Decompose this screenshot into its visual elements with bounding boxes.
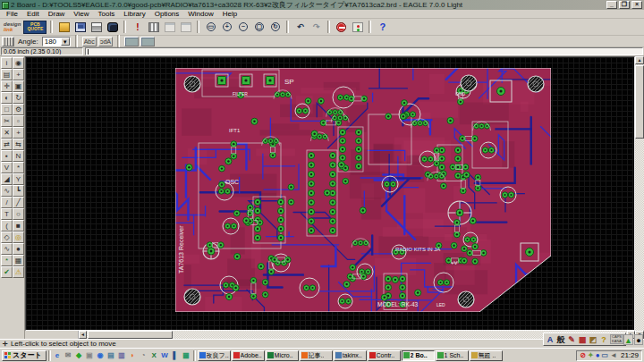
move-tool[interactable]: ✛ (1, 80, 13, 92)
zoom-redraw-button[interactable] (267, 20, 283, 34)
info-tool[interactable]: i (1, 57, 13, 69)
image-quicklaunch-icon[interactable]: ▦ (182, 350, 191, 360)
update-tray-icon[interactable]: ✦ (588, 351, 594, 360)
firefox-quicklaunch-icon[interactable]: ◗ (128, 350, 138, 360)
task-button[interactable]: 1 Sch.. (436, 350, 469, 361)
circle-tool[interactable]: ○ (13, 208, 24, 220)
prev-sheet-button[interactable] (162, 20, 177, 34)
pcb-quote-logo[interactable]: PCB QUOTE (23, 21, 47, 34)
zoom-select-button[interactable] (251, 20, 267, 34)
task-button[interactable]: takinx.. (334, 350, 367, 361)
vertical-scrollbar[interactable]: ▲ ▼ (635, 56, 644, 339)
paste-tool[interactable]: ▫ (13, 115, 24, 127)
show-tool[interactable]: ◉ (13, 57, 24, 69)
mirror-text-button[interactable]: Abc (98, 37, 113, 46)
arc-tool[interactable]: ( (1, 220, 13, 232)
route-tool[interactable]: ┗ (13, 185, 24, 197)
show-desktop-quicklaunch-icon[interactable]: ▤ (106, 350, 116, 360)
cam-processor-button[interactable] (105, 20, 120, 34)
my-computer-quicklaunch-icon[interactable]: ▥ (117, 350, 127, 360)
ime-dot-icon[interactable]: ● (634, 334, 643, 345)
menu-item[interactable]: Library (119, 10, 149, 19)
ie-quicklaunch-icon[interactable]: e (53, 350, 63, 360)
errors-tool[interactable]: ⚠ (13, 266, 24, 278)
scroll-track[interactable] (635, 139, 644, 331)
layer-top-button[interactable] (124, 37, 139, 46)
ime-help-icon[interactable]: ? (599, 334, 608, 345)
save-button[interactable] (72, 20, 88, 34)
menu-item[interactable]: Edit (22, 10, 44, 19)
rect-tool[interactable]: ■ (13, 220, 24, 232)
drc-tool[interactable]: ✔ (1, 266, 13, 278)
redo-button[interactable]: ↷ (309, 20, 324, 34)
hole-tool[interactable]: ● (13, 243, 24, 255)
zoom-fit-button[interactable] (203, 20, 218, 34)
open-button[interactable] (56, 20, 72, 34)
polygon-tool[interactable]: ◇ (1, 232, 13, 243)
menu-item[interactable]: Help (218, 10, 242, 19)
ime-pad-icon[interactable]: ◩ (589, 334, 597, 345)
mirror-tool[interactable]: ◐ (1, 92, 13, 104)
design-link-logo[interactable]: design link (2, 21, 22, 32)
ime-pen-icon[interactable]: ✎ (567, 334, 576, 345)
scroll-left-button[interactable]: ◄ (79, 331, 87, 339)
angle-select[interactable]: 180 ▼ (42, 37, 71, 46)
miter-tool[interactable]: ◢ (1, 173, 13, 185)
timer-quicklaunch-icon[interactable]: ◔ (139, 350, 148, 360)
optimize-tool[interactable]: ∿ (1, 185, 13, 197)
help-button[interactable]: ? (375, 20, 390, 34)
display-tool[interactable]: ▤ (1, 69, 13, 80)
ripup-tool[interactable]: / (1, 197, 13, 208)
minimize-button[interactable]: _ (606, 1, 617, 9)
start-button[interactable]: スタート (2, 350, 47, 361)
task-button[interactable]: 改良フ.. (198, 350, 231, 361)
ime-mode-button[interactable]: 般 (556, 334, 565, 345)
menu-item[interactable]: Tools (94, 10, 120, 19)
auto-tool[interactable]: ▦ (13, 255, 24, 266)
media-player-quicklaunch-icon[interactable]: ◉ (96, 350, 106, 360)
task-button[interactable]: 無題 .. (470, 350, 503, 361)
replace-tool[interactable]: ⇆ (13, 139, 24, 150)
smash-tool[interactable]: * (13, 162, 24, 173)
ratsnest-tool[interactable]: * (1, 255, 13, 266)
zoom-out-button[interactable] (235, 20, 250, 34)
ime-power-icon[interactable]: ▲ (623, 334, 633, 345)
display-tray-icon[interactable]: ▭ (601, 351, 608, 360)
board-canvas[interactable]: TA7613 ReceiverFILTERSPIFT1OSCGNDRADIO K… (25, 56, 635, 331)
grid-button[interactable] (2, 37, 14, 46)
text-tool[interactable]: T (1, 208, 13, 220)
undo-button[interactable]: ↶ (292, 20, 308, 34)
change-tool[interactable]: ⚙ (13, 104, 24, 115)
horizontal-scroll-thumb[interactable] (88, 331, 173, 339)
next-sheet-button[interactable] (178, 20, 193, 34)
word-quicklaunch-icon[interactable]: W (160, 350, 170, 360)
copy-tool[interactable]: ▣ (13, 80, 24, 92)
mark-tool[interactable]: + (13, 69, 24, 80)
signal-tool[interactable]: ∿ (1, 243, 13, 255)
messenger-quicklaunch-icon[interactable]: ◆ (74, 350, 84, 360)
close-button[interactable]: × (631, 1, 642, 9)
notes-quicklaunch-icon[interactable]: ▌ (171, 350, 181, 360)
menu-item[interactable]: Window (183, 10, 217, 19)
title-bar[interactable]: 2 Board - D:¥TOOLS5¥EAGLE-7.0.0¥good-pcb… (0, 0, 644, 10)
rotate-tool[interactable]: ↻ (13, 92, 24, 104)
menu-item[interactable]: Draw (44, 10, 70, 19)
text-style-button[interactable]: Abc (82, 37, 97, 46)
wire-tool[interactable]: ╱ (13, 197, 24, 208)
name-tool[interactable]: N (13, 150, 24, 162)
ime-tools-icon[interactable]: ▦ (578, 334, 587, 345)
ime-caps-kana-indicator[interactable]: CAPS KANA (610, 334, 623, 344)
value-tool[interactable]: V (1, 162, 13, 173)
volume-tray-icon[interactable]: ◄ (610, 351, 617, 360)
menu-item[interactable]: Options (150, 10, 184, 19)
pinswap-tool[interactable]: ⇄ (1, 139, 13, 150)
task-button[interactable]: Adobe.. (232, 350, 265, 361)
command-input[interactable] (86, 48, 642, 55)
chevron-down-icon[interactable]: ▼ (61, 38, 70, 46)
task-button[interactable]: 2 Bo.. (402, 350, 435, 361)
split-tool[interactable]: Y (13, 173, 24, 185)
group-tool[interactable]: □ (1, 104, 13, 115)
ime-language-bar[interactable]: A般✎▦◩? CAPS KANA (543, 333, 626, 346)
print-button[interactable] (89, 20, 104, 34)
via-tool[interactable]: ◎ (13, 232, 24, 243)
